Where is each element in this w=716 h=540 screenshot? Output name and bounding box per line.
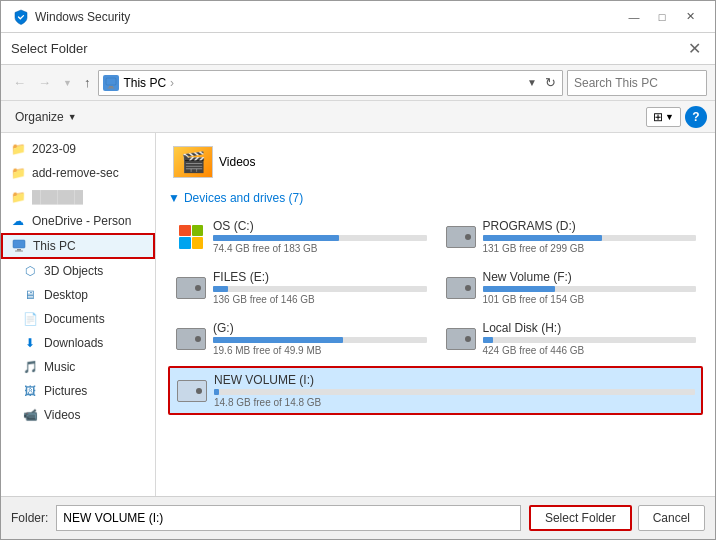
drive-item-h[interactable]: Local Disk (H:) 424 GB free of 446 GB: [438, 315, 704, 362]
title-bar-text: Windows Security: [35, 10, 130, 24]
sidebar-item-onedrive[interactable]: ☁ OneDrive - Person: [1, 209, 155, 233]
sidebar-item-music[interactable]: 🎵 Music: [1, 355, 155, 379]
sidebar-item-label: 3D Objects: [44, 264, 103, 278]
drive-name-c: OS (C:): [213, 219, 427, 233]
drive-item-d[interactable]: PROGRAMS (D:) 131 GB free of 299 GB: [438, 213, 704, 260]
drive-free-i: 14.8 GB free of 14.8 GB: [214, 397, 695, 408]
sidebar-item-label: This PC: [33, 239, 76, 253]
cancel-button[interactable]: Cancel: [638, 505, 705, 531]
sidebar-item-thispc[interactable]: This PC: [1, 233, 155, 259]
sidebar-item-label: Videos: [44, 408, 80, 422]
cloud-icon: ☁: [10, 213, 26, 229]
recent-button[interactable]: ▼: [59, 76, 76, 90]
back-button[interactable]: ←: [9, 73, 30, 92]
drive-item-c[interactable]: OS (C:) 74.4 GB free of 183 GB: [168, 213, 434, 260]
sidebar-item-label: 2023-09: [32, 142, 76, 156]
drive-name-g: (G:): [213, 321, 427, 335]
drive-bar-d: [483, 235, 603, 241]
dialog-title: Select Folder: [11, 41, 88, 56]
sidebar-item-documents[interactable]: 📄 Documents: [1, 307, 155, 331]
folder-icon: 🖥: [22, 287, 38, 303]
up-button[interactable]: ↑: [80, 73, 95, 92]
section-collapse-icon: ▼: [168, 191, 180, 205]
folder-label: Folder:: [11, 511, 48, 525]
drive-info-d: PROGRAMS (D:) 131 GB free of 299 GB: [483, 219, 697, 254]
search-input[interactable]: [574, 76, 716, 90]
drive-free-d: 131 GB free of 299 GB: [483, 243, 697, 254]
drive-name-e: FILES (E:): [213, 270, 427, 284]
select-folder-button[interactable]: Select Folder: [529, 505, 632, 531]
drive-name-d: PROGRAMS (D:): [483, 219, 697, 233]
windows-drive-icon: [175, 223, 207, 251]
drive-info-g: (G:) 19.6 MB free of 49.9 MB: [213, 321, 427, 356]
sidebar-item-label: Pictures: [44, 384, 87, 398]
drive-free-g: 19.6 MB free of 49.9 MB: [213, 345, 427, 356]
sidebar-item-label: Music: [44, 360, 75, 374]
close-button[interactable]: ✕: [677, 6, 703, 28]
minimize-button[interactable]: —: [621, 6, 647, 28]
drive-item-i[interactable]: NEW VOLUME (I:) 14.8 GB free of 14.8 GB: [168, 366, 703, 415]
hdd-drive-icon-h: [445, 325, 477, 353]
sidebar-item-videos[interactable]: 📹 Videos: [1, 403, 155, 427]
action-buttons: Select Folder Cancel: [529, 505, 705, 531]
svg-rect-2: [108, 87, 115, 88]
view-button[interactable]: ⊞ ▼: [646, 107, 681, 127]
sidebar-item-desktop[interactable]: 🖥 Desktop: [1, 283, 155, 307]
sidebar-item-3dobjects[interactable]: ⬡ 3D Objects: [1, 259, 155, 283]
drive-item-e[interactable]: FILES (E:) 136 GB free of 146 GB: [168, 264, 434, 311]
address-bar[interactable]: This PC › ▼ ↻: [98, 70, 563, 96]
download-icon: ⬇: [22, 335, 38, 351]
drive-free-h: 424 GB free of 446 GB: [483, 345, 697, 356]
folder-icon: 📁: [10, 141, 26, 157]
dialog-header: Select Folder ✕: [1, 33, 715, 65]
maximize-button[interactable]: □: [649, 6, 675, 28]
videos-folder-item[interactable]: 🎬 Videos: [168, 141, 703, 183]
drive-bar-h: [483, 337, 494, 343]
drive-info-e: FILES (E:) 136 GB free of 146 GB: [213, 270, 427, 305]
title-bar-left: Windows Security: [13, 9, 130, 25]
svg-rect-5: [13, 240, 25, 248]
drive-bar-e: [213, 286, 228, 292]
drive-bar-g: [213, 337, 343, 343]
forward-button[interactable]: →: [34, 73, 55, 92]
sidebar-item-label: OneDrive - Person: [32, 214, 131, 228]
sidebar-item-2023-09[interactable]: 📁 2023-09: [1, 137, 155, 161]
nav-bar: ← → ▼ ↑ This PC › ▼ ↻: [1, 65, 715, 101]
sidebar-item-pictures[interactable]: 🖼 Pictures: [1, 379, 155, 403]
address-dropdown-button[interactable]: ▼: [525, 77, 539, 88]
dialog-window: Windows Security — □ ✕ Select Folder ✕ ←…: [0, 0, 716, 540]
shield-icon: [13, 9, 29, 25]
sidebar-item-add-remove-sec[interactable]: 📁 add-remove-sec: [1, 161, 155, 185]
organize-dropdown-icon: ▼: [68, 112, 77, 122]
drive-bar-wrap-h: [483, 337, 697, 343]
drive-name-i: NEW VOLUME (I:): [214, 373, 695, 387]
view-icon: ⊞: [653, 110, 663, 124]
sidebar-item-downloads[interactable]: ⬇ Downloads: [1, 331, 155, 355]
drive-item-f[interactable]: New Volume (F:) 101 GB free of 154 GB: [438, 264, 704, 311]
address-breadcrumb: This PC ›: [123, 76, 521, 90]
search-box[interactable]: [567, 70, 707, 96]
music-icon: 🎵: [22, 359, 38, 375]
computer-icon: [103, 75, 119, 91]
toolbar: Organize ▼ ⊞ ▼ ?: [1, 101, 715, 133]
drive-info-f: New Volume (F:) 101 GB free of 154 GB: [483, 270, 697, 305]
document-icon: 📄: [22, 311, 38, 327]
hdd-drive-icon-f: [445, 274, 477, 302]
drive-item-g[interactable]: (G:) 19.6 MB free of 49.9 MB: [168, 315, 434, 362]
dialog-close-button[interactable]: ✕: [684, 39, 705, 58]
drives-grid: OS (C:) 74.4 GB free of 183 GB PROGRAMS …: [168, 213, 703, 415]
sidebar-item-label: Desktop: [44, 288, 88, 302]
organize-button[interactable]: Organize ▼: [9, 107, 83, 127]
file-area: 🎬 Videos ▼ Devices and drives (7): [156, 133, 715, 496]
title-bar-controls: — □ ✕: [621, 6, 703, 28]
organize-label: Organize: [15, 110, 64, 124]
drive-info-h: Local Disk (H:) 424 GB free of 446 GB: [483, 321, 697, 356]
sidebar-item-unknown[interactable]: 📁 ██████: [1, 185, 155, 209]
folder-input[interactable]: [56, 505, 521, 531]
help-button[interactable]: ?: [685, 106, 707, 128]
section-header[interactable]: ▼ Devices and drives (7): [168, 191, 703, 205]
sidebar-item-label: Documents: [44, 312, 105, 326]
refresh-button[interactable]: ↻: [543, 75, 558, 90]
drive-free-c: 74.4 GB free of 183 GB: [213, 243, 427, 254]
hdd-drive-icon-g: [175, 325, 207, 353]
